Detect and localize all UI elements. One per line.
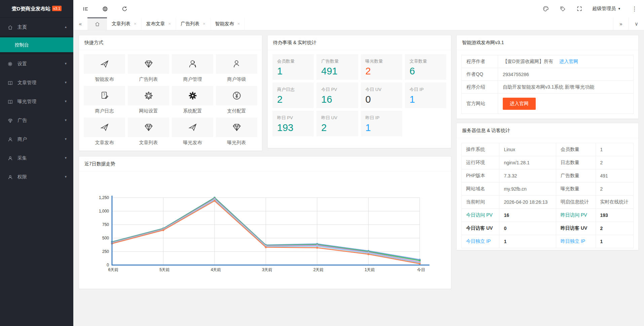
about-panel: 智能游戏发布网v3.1 程序作者 【壹D资源收藏网】所有进入官网 作者QQ 29…: [456, 35, 639, 119]
stat-card-today-uv[interactable]: 今日 UV0: [361, 83, 402, 108]
tab-publish-article[interactable]: 发布文章 ×: [142, 18, 176, 30]
gear-icon: [7, 61, 13, 67]
panel-title: 待办事项 & 实时统计: [268, 35, 451, 50]
svg-text:5天前: 5天前: [159, 267, 170, 272]
svg-text:今日: 今日: [417, 267, 425, 272]
chevron-up-icon: ▲: [64, 18, 67, 36]
table-row: 程序介绍 自助开发智能发布网v3.1系统 新增:曝光功能: [462, 81, 634, 94]
user-icon: [7, 137, 13, 142]
stat-card-yesterday-uv[interactable]: 昨日 UV2: [316, 111, 358, 136]
stat-card-today-pv[interactable]: 今日 PV16: [316, 83, 358, 108]
official-site-button[interactable]: 进入官网: [503, 98, 536, 110]
sidebar-item-console[interactable]: 控制台: [0, 37, 73, 52]
svg-text:4天前: 4天前: [211, 267, 221, 272]
palette-icon[interactable]: [542, 5, 550, 13]
tab-home[interactable]: [87, 18, 107, 30]
sidebar-item-articles[interactable]: 文章管理 ▼: [0, 73, 73, 92]
stat-card-yesterday-pv[interactable]: 昨日 PV193: [272, 111, 314, 136]
sidebar-item-label: 设置: [17, 61, 27, 66]
refresh-icon[interactable]: [120, 5, 128, 13]
tab-smart-publish[interactable]: 智能发布 ×: [211, 18, 245, 30]
line-chart-canvas: 02505007501,0001,2506天前5天前4天前3天前2天前1天前今日: [79, 172, 451, 288]
quick-item-exposure-list[interactable]: 曝光列表: [216, 118, 257, 147]
sidebar-item-label: 主页: [17, 24, 27, 30]
chevron-down-icon: ▼: [64, 130, 67, 149]
tabs-dropdown-icon[interactable]: ∨: [629, 18, 644, 30]
stat-card-members[interactable]: 会员数量1: [272, 54, 314, 80]
stat-card-articles[interactable]: 文章数量6: [405, 54, 446, 80]
trend-chart-panel: 近7日数据走势 02505007501,0001,2506天前5天前4天前3天前…: [79, 156, 451, 289]
app-title: 壹D资商业发布站: [12, 6, 51, 11]
close-icon[interactable]: ×: [168, 21, 171, 26]
close-icon[interactable]: ×: [237, 21, 240, 26]
more-vertical-icon[interactable]: ⋮: [630, 5, 639, 12]
quick-shortcuts-panel: 快捷方式 智能发布 广告列表 商户管理: [79, 35, 262, 151]
tabs-scroll-right-icon[interactable]: »: [613, 18, 629, 30]
qq-value: 2934755286: [498, 68, 634, 81]
sidebar-item-home[interactable]: 主页 ▲: [0, 18, 73, 36]
quick-item-exposure-publish[interactable]: 曝光发布: [172, 118, 213, 147]
send-icon: [100, 122, 110, 132]
svg-text:1天前: 1天前: [365, 267, 375, 272]
stats-panel: 待办事项 & 实时统计 会员数量1 广告数量491 曝光数量2 文章数量6 商户…: [267, 35, 451, 148]
table-row: 今日独立 IP1昨日独立 IP1: [462, 235, 634, 248]
intro-value: 自助开发智能发布网v3.1系统 新增:曝光功能: [498, 81, 634, 94]
quick-item-merchant-level[interactable]: 商户等级: [216, 54, 257, 84]
gem-icon: [232, 122, 242, 132]
tab-ad-list[interactable]: 广告列表 ×: [176, 18, 211, 30]
version-badge: v3.1: [52, 6, 62, 11]
table-row: 运行环境nginx/1.28.1日志数量2: [462, 156, 634, 169]
stat-card-exposure[interactable]: 曝光数量2: [361, 54, 402, 80]
quick-item-merchant-manage[interactable]: 商户管理: [172, 54, 213, 84]
spread-icon[interactable]: [81, 5, 89, 13]
user-menu[interactable]: 超级管理员 ▼: [592, 6, 621, 12]
stat-card-today-ip[interactable]: 今日 IP1: [405, 83, 446, 108]
svg-text:6天前: 6天前: [108, 267, 119, 272]
sidebar-item-settings[interactable]: 设置 ▼: [0, 54, 73, 73]
official-site-link[interactable]: 进入官网: [559, 59, 578, 64]
svg-text:0: 0: [107, 263, 109, 267]
quick-item-article-publish[interactable]: 文章发布: [84, 118, 125, 147]
globe-icon[interactable]: [101, 5, 109, 13]
tab-label: 发布文章: [146, 21, 165, 27]
server-info-table: 操作系统Linux会员数量1 运行环境nginx/1.28.1日志数量2 PHP…: [461, 143, 634, 248]
home-icon: [94, 21, 100, 27]
sidebar-item-label: 权限: [17, 174, 27, 180]
svg-text:1,000: 1,000: [99, 209, 109, 214]
tabs-scroll-left-icon[interactable]: «: [73, 18, 87, 30]
table-row: 作者QQ 2934755286: [462, 68, 634, 81]
svg-text:?: ?: [103, 93, 105, 97]
tab-article-list[interactable]: 文章列表 ×: [107, 18, 142, 30]
svg-text:1,250: 1,250: [99, 195, 109, 200]
table-row: 今日访客 UV0昨日访客 UV2: [462, 222, 634, 235]
quick-item-site-settings[interactable]: 网站设置: [128, 86, 169, 116]
quick-item-article-list[interactable]: 文章列表: [128, 118, 169, 147]
sidebar-nav: 主页 ▲ 控制台 设置 ▼ 文章管理 ▼ 曝光管理: [0, 18, 73, 186]
fullscreen-icon[interactable]: [575, 5, 583, 13]
close-icon[interactable]: ×: [134, 21, 137, 26]
sidebar-item-ads[interactable]: 广告 ▼: [0, 111, 73, 130]
sidebar-item-collect[interactable]: 采集 ▼: [0, 149, 73, 167]
close-icon[interactable]: ×: [203, 21, 205, 26]
gem-icon: [7, 118, 13, 124]
table-row: 官方网站 进入官网: [462, 94, 634, 114]
quick-item-smart-publish[interactable]: 智能发布: [84, 54, 125, 84]
table-row: 当前时间2026-04-20 18:26:13明启信息统计实时在线统计: [462, 196, 634, 209]
tabbar-spacer: [245, 18, 613, 30]
stat-card-yesterday-ip[interactable]: 昨日 IP1: [361, 111, 402, 136]
gear-solid-icon: [188, 91, 198, 101]
quick-item-payment-config[interactable]: 支付配置: [216, 86, 257, 116]
tag-icon[interactable]: [559, 5, 567, 13]
sidebar-item-exposure[interactable]: 曝光管理 ▼: [0, 92, 73, 111]
chevron-down-icon: ▼: [64, 149, 67, 167]
stat-card-ads[interactable]: 广告数量491: [316, 54, 358, 80]
stat-card-merchant-log[interactable]: 商户日志2: [272, 83, 314, 108]
quick-item-merchant-log[interactable]: ? 商户日志: [84, 86, 125, 116]
gem-icon: [144, 122, 154, 132]
chevron-down-icon: ▼: [618, 7, 621, 10]
sidebar-item-merchants[interactable]: 商户 ▼: [0, 130, 73, 149]
quick-item-system-config[interactable]: 系统配置: [172, 86, 213, 116]
quick-item-ad-list[interactable]: 广告列表: [128, 54, 169, 84]
sidebar-item-permissions[interactable]: 权限 ▼: [0, 167, 73, 186]
user-icon: [7, 156, 13, 161]
